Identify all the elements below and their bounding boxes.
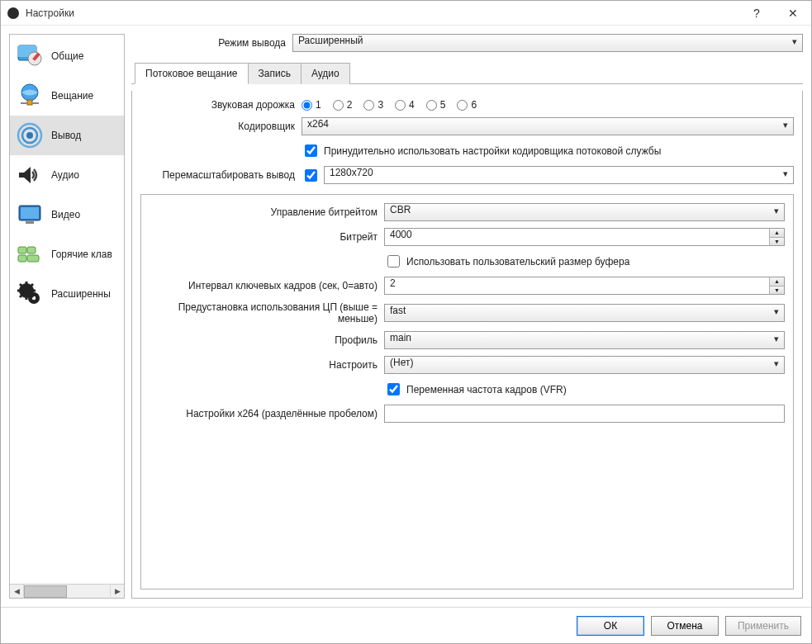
x264opts-label: Настройки х264 (разделённые пробелом)	[145, 408, 384, 419]
output-mode-label: Режим вывода	[131, 37, 292, 49]
vfr-label: Переменная частота кадров (VFR)	[406, 384, 567, 395]
sidebar-item-label: Расширенны	[51, 288, 111, 300]
svg-rect-12	[21, 207, 39, 219]
keyint-label: Интервал ключевых кадров (сек, 0=авто)	[145, 280, 384, 291]
svg-rect-13	[26, 221, 34, 224]
spin-down-icon[interactable]: ▼	[770, 286, 784, 295]
svg-rect-7	[31, 102, 39, 104]
window-title: Настройки	[26, 7, 738, 19]
svg-rect-14	[18, 247, 26, 253]
audio-track-label: Звуковая дорожка	[140, 99, 302, 111]
audio-track-3[interactable]: 3	[363, 99, 383, 111]
audio-track-group: 1 2 3 4 5 6	[302, 99, 477, 111]
preset-select[interactable]: fast	[384, 304, 785, 322]
output-mode-select[interactable]: Расширенный	[292, 34, 803, 52]
custom-buffer-checkbox[interactable]	[387, 255, 400, 268]
close-button[interactable]: ✕	[775, 1, 811, 26]
sidebar: Общие Вещание Вывод	[9, 34, 125, 599]
tab-audio[interactable]: Аудио	[301, 63, 350, 84]
encoder-value: x264	[307, 118, 329, 130]
sidebar-item-label: Общие	[51, 50, 83, 62]
enforce-checkbox[interactable]	[305, 144, 317, 157]
sidebar-item-advanced[interactable]: Расширенны	[10, 274, 124, 314]
preset-value: fast	[390, 305, 406, 316]
advanced-icon	[15, 279, 45, 309]
spin-down-icon[interactable]: ▼	[770, 238, 784, 246]
audio-track-5[interactable]: 5	[426, 99, 446, 111]
sidebar-scrollbar[interactable]: ◀ ▶	[10, 584, 124, 598]
spin-up-icon[interactable]: ▲	[770, 277, 784, 286]
profile-value: main	[390, 332, 411, 343]
svg-point-8	[26, 132, 33, 139]
encoder-panel: Управление битрейтом CBR Битрейт 4000 ▲▼	[140, 194, 794, 590]
svg-rect-6	[21, 102, 28, 104]
sidebar-item-hotkeys[interactable]: Горячие клав	[10, 234, 124, 274]
vfr-checkbox[interactable]	[387, 383, 400, 395]
rescale-value: 1280x720	[330, 167, 373, 178]
tune-label: Настроить	[145, 359, 384, 371]
bitrate-value: 4000	[390, 229, 412, 240]
scroll-thumb[interactable]	[24, 585, 67, 598]
sidebar-item-output[interactable]: Вывод	[10, 116, 124, 155]
x264opts-input[interactable]	[384, 405, 785, 423]
audio-track-1[interactable]: 1	[302, 99, 321, 111]
scroll-left-icon[interactable]: ◀	[10, 585, 24, 599]
encoder-select[interactable]: x264	[302, 117, 794, 135]
scroll-right-icon[interactable]: ▶	[110, 585, 124, 599]
tune-value: (Нет)	[390, 357, 413, 368]
rate-control-select[interactable]: CBR	[384, 203, 785, 221]
rate-control-value: CBR	[390, 204, 411, 215]
svg-rect-16	[18, 255, 26, 262]
profile-label: Профиль	[145, 334, 384, 346]
bitrate-input[interactable]: 4000 ▲▼	[384, 228, 785, 246]
svg-rect-15	[27, 247, 36, 253]
apply-button[interactable]: Применить	[725, 616, 801, 636]
sidebar-item-label: Горячие клав	[51, 249, 112, 260]
sidebar-item-general[interactable]: Общие	[10, 36, 124, 76]
preset-label: Предустановка использования ЦП (выше = м…	[145, 301, 384, 324]
output-icon	[15, 121, 45, 150]
audio-icon	[15, 160, 45, 190]
sidebar-item-label: Вывод	[51, 130, 81, 141]
bitrate-label: Битрейт	[145, 231, 384, 243]
rescale-checkbox[interactable]	[305, 169, 317, 182]
custom-buffer-label: Использовать пользовательский размер буф…	[406, 256, 629, 268]
sidebar-item-label: Видео	[51, 209, 80, 220]
audio-track-4[interactable]: 4	[395, 99, 415, 111]
sidebar-item-video[interactable]: Видео	[10, 195, 124, 234]
spin-up-icon[interactable]: ▲	[770, 229, 784, 238]
sidebar-item-label: Вещание	[51, 90, 93, 102]
titlebar: Настройки ? ✕	[1, 1, 811, 26]
keyint-input[interactable]: 2 ▲▼	[384, 277, 785, 295]
general-icon	[15, 41, 45, 71]
svg-rect-17	[27, 255, 39, 262]
encoder-label: Кодировщик	[140, 121, 302, 132]
rate-control-label: Управление битрейтом	[145, 206, 384, 218]
audio-track-6[interactable]: 6	[457, 99, 477, 111]
tab-streaming[interactable]: Потоковое вещание	[135, 63, 249, 84]
sidebar-item-audio[interactable]: Аудио	[10, 155, 124, 195]
hotkeys-icon	[15, 239, 45, 269]
tune-select[interactable]: (Нет)	[384, 356, 785, 374]
enforce-label: Принудительно использовать настройки код…	[324, 145, 661, 157]
tabs: Потоковое вещание Запись Аудио	[131, 62, 803, 84]
streaming-panel: Звуковая дорожка 1 2 3 4 5 6 Кодировщик …	[131, 91, 803, 599]
video-icon	[15, 200, 45, 230]
ok-button[interactable]: ОК	[577, 616, 644, 636]
tab-recording[interactable]: Запись	[248, 63, 302, 84]
output-mode-value: Расширенный	[298, 35, 363, 46]
stream-icon	[15, 81, 45, 111]
sidebar-item-stream[interactable]: Вещание	[10, 76, 124, 116]
app-icon	[7, 7, 19, 19]
rescale-select[interactable]: 1280x720	[324, 166, 794, 184]
rescale-label: Перемасштабировать вывод	[140, 169, 302, 181]
audio-track-2[interactable]: 2	[333, 99, 353, 111]
keyint-value: 2	[390, 277, 396, 289]
footer: ОК Отмена Применить	[1, 607, 811, 643]
help-button[interactable]: ?	[738, 1, 775, 26]
cancel-button[interactable]: Отмена	[651, 616, 719, 636]
sidebar-item-label: Аудио	[51, 169, 79, 181]
profile-select[interactable]: main	[384, 331, 785, 349]
